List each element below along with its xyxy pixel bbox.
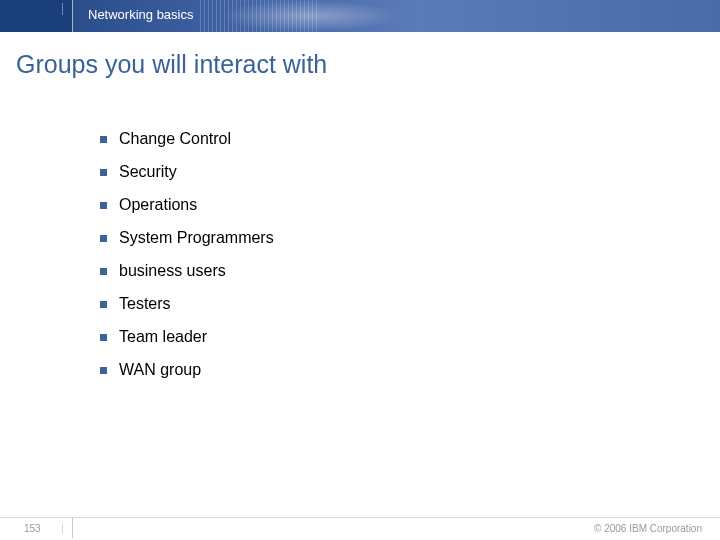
content-list: Change Control Security Operations Syste…	[100, 130, 660, 394]
bullet-icon	[100, 169, 107, 176]
bullet-text: Testers	[119, 295, 171, 313]
list-item: Security	[100, 163, 660, 181]
header-bar: Networking basics	[0, 0, 720, 32]
header-divider-short	[62, 3, 63, 15]
bullet-text: business users	[119, 262, 226, 280]
footer: 153 © 2006 IBM Corporation	[0, 512, 720, 540]
list-item: Team leader	[100, 328, 660, 346]
header-divider	[72, 0, 73, 32]
list-item: System Programmers	[100, 229, 660, 247]
list-item: WAN group	[100, 361, 660, 379]
bullet-text: WAN group	[119, 361, 201, 379]
page-number: 153	[24, 523, 41, 534]
bullet-icon	[100, 202, 107, 209]
footer-line	[0, 517, 720, 518]
bullet-icon	[100, 301, 107, 308]
bullet-text: Team leader	[119, 328, 207, 346]
bullet-text: Security	[119, 163, 177, 181]
footer-divider	[72, 518, 73, 538]
footer-divider-short	[62, 524, 63, 534]
bullet-icon	[100, 268, 107, 275]
list-item: Testers	[100, 295, 660, 313]
bullet-text: Change Control	[119, 130, 231, 148]
list-item: business users	[100, 262, 660, 280]
copyright: © 2006 IBM Corporation	[594, 523, 702, 534]
bullet-icon	[100, 136, 107, 143]
bullet-icon	[100, 334, 107, 341]
bullet-text: Operations	[119, 196, 197, 214]
bullet-text: System Programmers	[119, 229, 274, 247]
list-item: Operations	[100, 196, 660, 214]
bullet-icon	[100, 235, 107, 242]
header-highlight	[220, 0, 400, 32]
slide: Networking basics Groups you will intera…	[0, 0, 720, 540]
list-item: Change Control	[100, 130, 660, 148]
header-title: Networking basics	[88, 7, 194, 22]
bullet-icon	[100, 367, 107, 374]
slide-title: Groups you will interact with	[16, 50, 327, 79]
